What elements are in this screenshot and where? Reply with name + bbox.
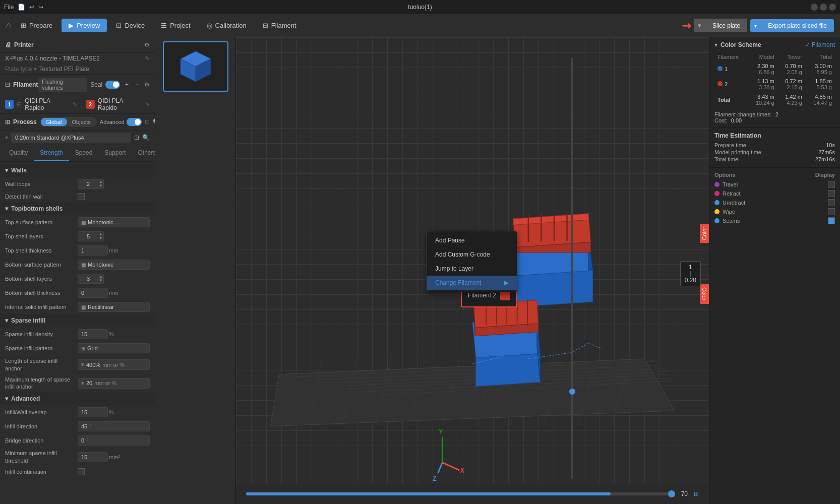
- filament-2-num[interactable]: 2: [86, 100, 95, 109]
- slice-btn[interactable]: Slice plate: [705, 19, 747, 32]
- internal-solid-select[interactable]: ▦ Rectilinear: [78, 302, 150, 312]
- zoom-track[interactable]: [571, 57, 573, 479]
- filament-remove-btn[interactable]: −: [134, 80, 141, 89]
- export-dropdown-btn[interactable]: ▾: [750, 19, 761, 32]
- printer-edit-icon[interactable]: ✎: [145, 55, 150, 62]
- jump-layer-menu-item[interactable]: Jump to Layer: [427, 262, 517, 276]
- slider-thumb[interactable]: [668, 490, 675, 497]
- home-icon[interactable]: ⌂: [6, 20, 12, 31]
- speed-tab[interactable]: Speed: [69, 145, 99, 161]
- change-filament-menu-item[interactable]: Change Filament ▶: [427, 276, 517, 290]
- printer-settings-icon[interactable]: ⚙: [144, 41, 150, 48]
- walls-collapse-icon[interactable]: ▾: [5, 167, 8, 174]
- color-btn-1[interactable]: Color: [700, 224, 709, 243]
- sparse-pattern-icon: ⊞: [81, 346, 85, 351]
- min-sparse-infill-input[interactable]: [78, 452, 108, 462]
- wipe-option-name: Wipe: [714, 209, 735, 215]
- top-shell-thickness-input[interactable]: [78, 245, 108, 256]
- printer-title: 🖨 Printer: [5, 41, 34, 48]
- infill-wall-overlap-input[interactable]: [78, 407, 108, 417]
- filament-btn[interactable]: ⊟ Filament: [256, 19, 304, 32]
- zoom-thumb[interactable]: [569, 389, 575, 395]
- bridge-direction-select[interactable]: 0 °: [78, 435, 150, 446]
- support-tab[interactable]: Support: [98, 145, 132, 161]
- seal-toggle[interactable]: [105, 81, 120, 89]
- device-btn[interactable]: ⊡ Device: [109, 19, 152, 32]
- filament-settings-icon[interactable]: ⚙: [144, 81, 150, 88]
- app-menu[interactable]: File: [4, 4, 14, 11]
- prepare-btn[interactable]: ⊞ Prepare: [14, 19, 59, 32]
- unretract-checkbox[interactable]: [828, 199, 835, 206]
- sparse-anchor-select[interactable]: ▾ 400% mm or %: [78, 359, 150, 370]
- color-scheme-tab[interactable]: ✓ Filament: [805, 41, 835, 48]
- wall-loops-input[interactable]: [78, 179, 98, 188]
- top-surface-pattern-select[interactable]: ▦ Monotonic ...: [78, 217, 150, 227]
- wall-loops-down-arrow[interactable]: ▼: [99, 184, 103, 188]
- bottom-shell-layers-down[interactable]: ▼: [99, 279, 103, 283]
- wall-loops-spinner[interactable]: ▲ ▼: [78, 179, 104, 189]
- viewport[interactable]: Y X Z Add Pause Add Custom G-code Jump t…: [236, 37, 709, 504]
- slice-dropdown-btn[interactable]: ▾: [694, 19, 705, 32]
- flushing-btn[interactable]: Flushing volumes: [38, 78, 87, 92]
- sparse-collapse-icon[interactable]: ▾: [5, 317, 8, 324]
- global-tab[interactable]: Global: [41, 118, 67, 126]
- advanced-toggle-switch[interactable]: [127, 118, 142, 126]
- filament-1-num[interactable]: 1: [5, 100, 14, 109]
- navigate-icon[interactable]: ⊞: [694, 490, 699, 497]
- add-gcode-menu-item[interactable]: Add Custom G-code: [427, 247, 517, 262]
- thumbnail-item[interactable]: [163, 41, 228, 92]
- sparse-pattern-select[interactable]: ⊞ Grid: [78, 343, 150, 353]
- export-btn[interactable]: Export plate sliced file: [761, 19, 834, 32]
- retract-checkbox[interactable]: [828, 190, 835, 197]
- preset-copy-icon[interactable]: ⊡: [134, 134, 139, 141]
- detect-thin-wall-checkbox[interactable]: [78, 193, 85, 200]
- top-shell-layers-input[interactable]: [78, 232, 98, 241]
- max-anchor-select[interactable]: ▾ 20 mm or %: [78, 378, 150, 389]
- printer-name-label: X-Plus 4 0.4 nozzle - TIMELAPSE2: [5, 55, 100, 62]
- travel-checkbox[interactable]: [828, 181, 835, 188]
- advanced-collapse-icon[interactable]: ▾: [5, 395, 8, 402]
- bottom-shell-layers-input[interactable]: [78, 274, 98, 283]
- minimize-btn[interactable]: [811, 4, 818, 11]
- internal-solid-icon: ▦: [81, 304, 86, 310]
- wipe-checkbox[interactable]: [828, 208, 835, 215]
- top-shell-layers-down[interactable]: ▼: [99, 236, 103, 240]
- calibration-btn[interactable]: ◎ Calibration: [200, 19, 254, 32]
- bottom-shell-layers-spinner[interactable]: ▲ ▼: [78, 274, 104, 284]
- infill-combination-checkbox[interactable]: [78, 468, 85, 475]
- maximize-btn[interactable]: [820, 4, 827, 11]
- bottom-shell-thickness-input[interactable]: [78, 288, 108, 298]
- filament-1-edit-icon[interactable]: ✎: [73, 101, 77, 108]
- layer-slider-track[interactable]: [246, 492, 675, 495]
- preset-dropdown-icon[interactable]: ▾: [5, 134, 8, 141]
- others-tab[interactable]: Others: [132, 145, 155, 161]
- filament-2-edit-icon[interactable]: ✎: [145, 101, 150, 108]
- preset-search-icon[interactable]: 🔍: [142, 134, 150, 141]
- quality-tab[interactable]: Quality: [3, 145, 34, 161]
- color-scheme-collapse-icon[interactable]: ▾: [714, 41, 717, 48]
- bottom-surface-pattern-select[interactable]: ▦ Monotonic: [78, 260, 150, 270]
- infill-direction-select[interactable]: 45 °: [78, 421, 150, 431]
- preview-btn[interactable]: ▶ Preview: [62, 19, 107, 32]
- project-btn[interactable]: ☰ Project: [154, 19, 197, 32]
- filament-usage-table: Filament Model Tower Total 1 2.30 m6.86 …: [714, 52, 835, 107]
- sparse-density-input[interactable]: [78, 329, 108, 339]
- zoom-slider[interactable]: [569, 57, 575, 479]
- top-bottom-collapse-icon[interactable]: ▾: [5, 205, 8, 212]
- objects-tab[interactable]: Objects: [67, 118, 96, 126]
- redo-btn[interactable]: ↪: [38, 4, 43, 11]
- top-shell-layers-spinner[interactable]: ▲ ▼: [78, 231, 104, 241]
- filament-add-btn[interactable]: +: [123, 80, 131, 89]
- bottom-shell-thickness-label: Bottom shell thickness: [5, 289, 76, 296]
- sparse-density-row: Sparse infill density %: [0, 327, 155, 341]
- process-copy-icon[interactable]: ⊡: [145, 118, 150, 125]
- add-pause-menu-item[interactable]: Add Pause: [427, 233, 517, 247]
- close-btn[interactable]: [829, 4, 836, 11]
- seams-checkbox[interactable]: [828, 217, 835, 224]
- bottom-slider-bar: 70 ⊞: [236, 484, 709, 504]
- advanced-label: Advanced: [100, 119, 125, 125]
- undo-btn[interactable]: ↩: [29, 4, 34, 11]
- strength-tab[interactable]: Strength: [34, 145, 69, 161]
- color-btn-2[interactable]: Color: [700, 284, 709, 303]
- export-chevron-icon: ▾: [754, 23, 757, 29]
